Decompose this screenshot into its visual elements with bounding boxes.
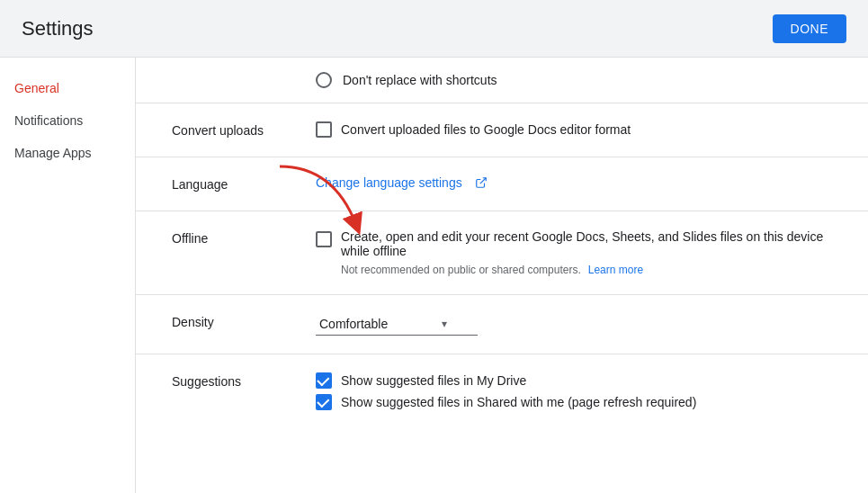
main-layout: General Notifications Manage Apps Don't … <box>0 58 868 493</box>
suggestion-item-1: Show suggested files in My Drive <box>316 372 526 389</box>
offline-text-block: Create, open and edit your recent Google… <box>341 229 832 276</box>
done-button[interactable]: DONE <box>773 14 846 43</box>
svg-line-0 <box>480 178 486 184</box>
suggestion-1-checkbox[interactable] <box>316 372 332 389</box>
sidebar-item-notifications[interactable]: Notifications <box>0 104 128 137</box>
convert-uploads-content: Convert uploaded files to Google Docs ed… <box>316 121 832 138</box>
sidebar-item-manage-apps[interactable]: Manage Apps <box>0 137 128 169</box>
learn-more-link[interactable]: Learn more <box>588 264 643 276</box>
language-label: Language <box>172 175 316 192</box>
shortcuts-label: Don't replace with shortcuts <box>343 73 497 87</box>
sidebar-item-general[interactable]: General <box>0 72 128 104</box>
suggestion-2-text: Show suggested files in Shared with me (… <box>341 395 696 409</box>
density-row: Density Comfortable ▾ <box>136 295 868 354</box>
suggestions-content: Show suggested files in My Drive Show su… <box>316 372 832 410</box>
density-content: Comfortable ▾ <box>316 313 832 336</box>
offline-checkbox[interactable] <box>316 231 332 247</box>
settings-header: Settings DONE <box>0 0 868 58</box>
external-link-icon <box>475 176 488 189</box>
offline-checkbox-row: Create, open and edit your recent Google… <box>316 229 832 276</box>
density-value: Comfortable <box>319 317 388 331</box>
offline-main-text: Create, open and edit your recent Google… <box>341 229 832 258</box>
suggestions-row: Suggestions Show suggested files in My D… <box>136 354 868 428</box>
suggestion-item-2: Show suggested files in Shared with me (… <box>316 394 696 410</box>
convert-uploads-label: Convert uploads <box>172 121 316 138</box>
density-arrow-icon: ▾ <box>442 318 447 330</box>
offline-secondary-text: Not recommended on public or shared comp… <box>341 264 581 276</box>
language-row: Language Change language settings <box>136 157 868 211</box>
convert-uploads-text: Convert uploaded files to Google Docs ed… <box>341 122 631 137</box>
sidebar: General Notifications Manage Apps <box>0 58 135 493</box>
offline-secondary-block: Not recommended on public or shared comp… <box>341 262 832 276</box>
convert-uploads-checkbox[interactable] <box>316 121 332 138</box>
convert-uploads-option: Convert uploaded files to Google Docs ed… <box>316 121 631 138</box>
shortcuts-row-content: Don't replace with shortcuts <box>316 72 497 88</box>
offline-content: Create, open and edit your recent Google… <box>316 229 832 276</box>
page-title: Settings <box>22 17 94 40</box>
language-content: Change language settings <box>316 175 832 190</box>
offline-row: Offline Create, open and edit your recen… <box>136 211 868 295</box>
suggestion-1-text: Show suggested files in My Drive <box>341 373 526 388</box>
shortcuts-radio[interactable] <box>316 72 332 88</box>
suggestions-label: Suggestions <box>172 372 316 389</box>
shortcuts-row: Don't replace with shortcuts <box>136 58 868 103</box>
offline-label: Offline <box>172 229 316 246</box>
settings-content: Don't replace with shortcuts Convert upl… <box>135 58 868 493</box>
convert-uploads-row: Convert uploads Convert uploaded files t… <box>136 103 868 157</box>
density-label: Density <box>172 313 316 329</box>
suggestion-2-checkbox[interactable] <box>316 394 332 410</box>
density-dropdown[interactable]: Comfortable ▾ <box>316 313 478 336</box>
change-language-link[interactable]: Change language settings <box>316 175 462 190</box>
language-link-row: Change language settings <box>316 175 488 190</box>
